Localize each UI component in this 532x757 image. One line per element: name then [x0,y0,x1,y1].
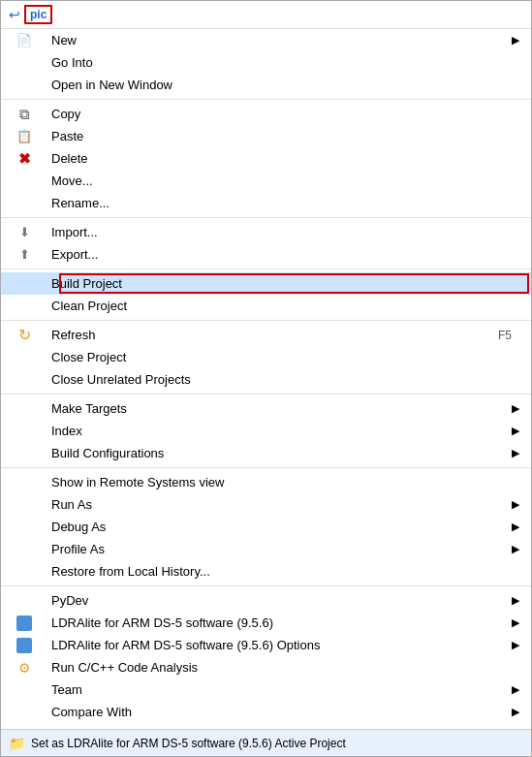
menu-item-label-close-project: Close Project [51,350,126,364]
menu-item-label-run-analysis: Run C/C++ Code Analysis [51,660,198,675]
submenu-arrow-ldralite1: ▶ [512,616,519,629]
menu-separator [1,320,531,321]
menu-item-team[interactable]: Team▶ [1,678,531,701]
menu-item-label-show-remote: Show in Remote Systems view [51,475,224,489]
submenu-arrow-ldralite2: ▶ [512,639,519,651]
menu-item-profile-as[interactable]: Profile As▶ [1,538,531,560]
menu-item-label-build-project: Build Project [51,276,122,291]
context-menu: ↩ pic 📄New▶Go IntoOpen in New Window⧉Cop… [0,0,532,757]
menu-item-import[interactable]: ⬇Import... [1,221,531,243]
menu-item-label-go-into: Go Into [51,55,93,70]
ldralite-icon: L [11,637,38,654]
menu-item-label-rename: Rename... [51,196,110,210]
menu-item-label-export: Export... [51,247,98,262]
menu-item-label-ldralite1: LDRAlite for ARM DS-5 software (9.5.6) [51,615,273,630]
pic-arrow-icon: ↩ [9,7,20,22]
menu-item-label-ldralite2: LDRAlite for ARM DS-5 software (9.5.6) O… [51,638,320,652]
menu-item-label-make-targets: Make Targets [51,401,127,416]
shortcut-refresh: F5 [498,329,512,342]
menu-item-move[interactable]: Move... [1,170,531,192]
menu-item-debug-as[interactable]: Debug As▶ [1,516,531,538]
ldralite-icon: L [11,615,38,632]
menu-item-compare-with[interactable]: Compare With▶ [1,701,531,723]
menu-item-run-as[interactable]: Run As▶ [1,493,531,516]
menu-item-label-open-new-window: Open in New Window [51,78,172,92]
menu-item-build-project[interactable]: Build Project [1,272,531,295]
menu-item-close-project[interactable]: Close Project [1,346,531,368]
menu-item-close-unrelated[interactable]: Close Unrelated Projects [1,368,531,391]
menu-item-label-restore-local: Restore from Local History... [51,564,210,579]
menu-item-open-new-window[interactable]: Open in New Window [1,74,531,96]
menu-item-label-move: Move... [51,173,93,188]
submenu-arrow-index: ▶ [512,425,519,437]
menu-item-label-run-as: Run As [51,497,92,512]
folder-icon: 📁 [9,736,25,751]
menu-item-label-paste: Paste [51,129,83,143]
bottom-bar[interactable]: 📁 Set as LDRAlite for ARM DS-5 software … [1,729,531,756]
submenu-arrow-compare-with: ▶ [512,706,519,718]
import-icon: ⬇ [11,224,38,241]
menu-separator [1,99,531,100]
menu-item-pydev[interactable]: PyDev▶ [1,589,531,612]
menu-item-build-configurations[interactable]: Build Configurations▶ [1,442,531,464]
submenu-arrow-team: ▶ [512,683,519,696]
menu-item-new[interactable]: 📄New▶ [1,29,531,51]
menu-separator [1,268,531,269]
menu-item-label-delete: Delete [51,151,88,166]
menu-items-container: 📄New▶Go IntoOpen in New Window⧉Copy📋Past… [1,29,531,757]
menu-item-ldralite2[interactable]: LLDRAlite for ARM DS-5 software (9.5.6) … [1,634,531,656]
submenu-arrow-make-targets: ▶ [512,402,519,415]
submenu-arrow-new: ▶ [512,34,519,47]
pic-label: pic [24,5,52,24]
submenu-arrow-debug-as: ▶ [512,520,519,533]
menu-separator [1,394,531,394]
menu-item-ldralite1[interactable]: LLDRAlite for ARM DS-5 software (9.5.6)▶ [1,612,531,634]
menu-item-clean-project[interactable]: Clean Project [1,295,531,317]
menu-item-label-copy: Copy [51,107,80,121]
menu-item-export[interactable]: ⬆Export... [1,243,531,266]
delete-icon: ✖ [11,150,38,168]
bottom-bar-label: Set as LDRAlite for ARM DS-5 software (9… [31,737,346,750]
refresh-icon: ↻ [11,327,38,344]
menu-item-label-build-configurations: Build Configurations [51,446,164,460]
submenu-arrow-pydev: ▶ [512,594,519,607]
submenu-arrow-run-as: ▶ [512,498,519,511]
menu-item-label-new: New [51,33,77,47]
paste-icon: 📋 [11,128,38,145]
menu-item-paste[interactable]: 📋Paste [1,125,531,147]
menu-item-restore-local[interactable]: Restore from Local History... [1,560,531,583]
menu-item-index[interactable]: Index▶ [1,420,531,442]
menu-item-label-clean-project: Clean Project [51,299,127,313]
menu-item-refresh[interactable]: ↻RefreshF5 [1,324,531,346]
menu-item-label-refresh: Refresh [51,328,96,342]
menu-item-label-pydev: PyDev [51,593,88,608]
submenu-arrow-profile-as: ▶ [512,543,519,555]
pic-icon-area: ↩ pic [9,5,52,24]
menu-item-label-close-unrelated: Close Unrelated Projects [51,372,191,387]
menu-item-rename[interactable]: Rename... [1,192,531,214]
menu-item-run-analysis[interactable]: ⚙Run C/C++ Code Analysis [1,656,531,678]
menu-item-label-profile-as: Profile As [51,542,105,556]
menu-separator [1,585,531,586]
menu-header: ↩ pic [1,1,531,29]
menu-item-show-remote[interactable]: Show in Remote Systems view [1,471,531,493]
menu-item-go-into[interactable]: Go Into [1,51,531,74]
menu-separator [1,217,531,218]
build-project-outline [59,273,529,294]
menu-item-label-debug-as: Debug As [51,520,106,534]
copy-icon: ⧉ [11,106,38,123]
menu-item-label-team: Team [51,682,82,697]
menu-separator [1,467,531,468]
run-analysis-icon: ⚙ [11,659,38,677]
submenu-arrow-build-configurations: ▶ [512,447,519,459]
menu-item-label-index: Index [51,424,82,438]
menu-item-copy[interactable]: ⧉Copy [1,103,531,125]
menu-item-delete[interactable]: ✖Delete [1,147,531,170]
menu-item-label-import: Import... [51,225,98,239]
export-icon: ⬆ [11,246,38,264]
new-icon: 📄 [11,32,38,49]
menu-item-make-targets[interactable]: Make Targets▶ [1,397,531,420]
menu-item-label-compare-with: Compare With [51,705,132,719]
